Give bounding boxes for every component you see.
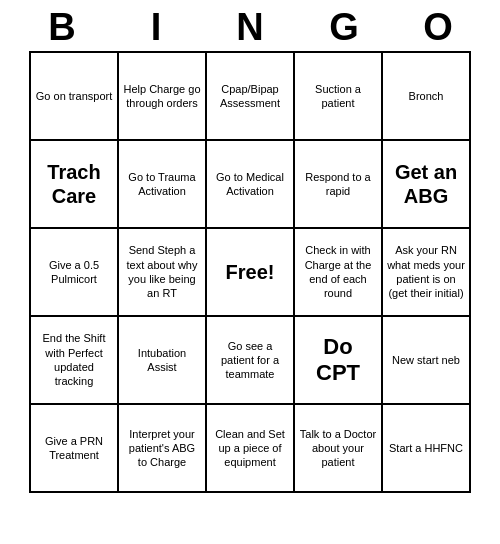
bingo-cell-13: Check in with Charge at the end of each … bbox=[295, 229, 383, 317]
header-b: B bbox=[18, 6, 106, 49]
bingo-cell-4: Bronch bbox=[383, 53, 471, 141]
bingo-header: B I N G O bbox=[15, 0, 485, 51]
bingo-cell-19: New start neb bbox=[383, 317, 471, 405]
bingo-cell-2: Cpap/Bipap Assessment bbox=[207, 53, 295, 141]
bingo-cell-20: Give a PRN Treatment bbox=[31, 405, 119, 493]
bingo-cell-21: Interpret your patient's ABG to Charge bbox=[119, 405, 207, 493]
bingo-cell-7: Go to Medical Activation bbox=[207, 141, 295, 229]
bingo-cell-24: Start a HHFNC bbox=[383, 405, 471, 493]
bingo-cell-1: Help Charge go through orders bbox=[119, 53, 207, 141]
bingo-cell-0: Go on transport bbox=[31, 53, 119, 141]
bingo-cell-16: Intubation Assist bbox=[119, 317, 207, 405]
bingo-cell-17: Go see a patient for a teammate bbox=[207, 317, 295, 405]
header-o: O bbox=[394, 6, 482, 49]
bingo-cell-8: Respond to a rapid bbox=[295, 141, 383, 229]
bingo-cell-3: Suction a patient bbox=[295, 53, 383, 141]
bingo-grid: Go on transportHelp Charge go through or… bbox=[29, 51, 471, 493]
bingo-cell-18: Do CPT bbox=[295, 317, 383, 405]
bingo-cell-10: Give a 0.5 Pulmicort bbox=[31, 229, 119, 317]
bingo-cell-23: Talk to a Doctor about your patient bbox=[295, 405, 383, 493]
bingo-cell-6: Go to Trauma Activation bbox=[119, 141, 207, 229]
bingo-cell-9: Get an ABG bbox=[383, 141, 471, 229]
bingo-cell-15: End the Shift with Perfect updated track… bbox=[31, 317, 119, 405]
header-g: G bbox=[300, 6, 388, 49]
bingo-cell-11: Send Steph a text about why you like bei… bbox=[119, 229, 207, 317]
bingo-cell-5: Trach Care bbox=[31, 141, 119, 229]
header-n: N bbox=[206, 6, 294, 49]
bingo-cell-14: Ask your RN what meds your patient is on… bbox=[383, 229, 471, 317]
bingo-cell-12: Free! bbox=[207, 229, 295, 317]
bingo-cell-22: Clean and Set up a piece of equipment bbox=[207, 405, 295, 493]
header-i: I bbox=[112, 6, 200, 49]
